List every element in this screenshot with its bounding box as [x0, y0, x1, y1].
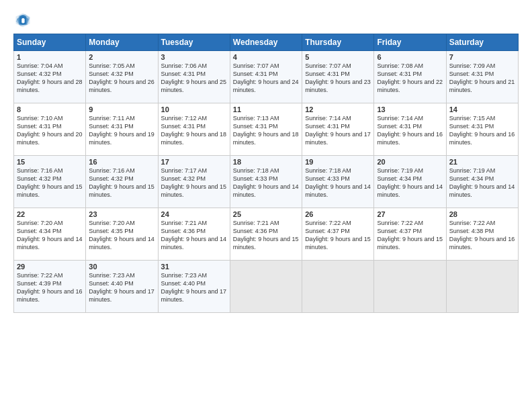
- calendar-cell: 29Sunrise: 7:22 AMSunset: 4:39 PMDayligh…: [14, 261, 86, 313]
- day-number: 8: [17, 105, 83, 113]
- cell-text: Sunrise: 7:17 AMSunset: 4:32 PMDaylight:…: [161, 167, 227, 198]
- calendar-cell: 27Sunrise: 7:22 AMSunset: 4:37 PMDayligh…: [374, 208, 446, 261]
- day-number: 28: [449, 210, 515, 218]
- day-number: 26: [305, 210, 371, 218]
- cell-text: Sunrise: 7:22 AMSunset: 4:37 PMDaylight:…: [305, 220, 371, 250]
- day-number: 3: [161, 53, 227, 61]
- calendar-cell: 5Sunrise: 7:07 AMSunset: 4:31 PMDaylight…: [302, 51, 374, 103]
- header: [13, 11, 519, 30]
- day-number: 24: [161, 210, 227, 218]
- logo-icon: [13, 11, 32, 30]
- cell-text: Sunrise: 7:12 AMSunset: 4:31 PMDaylight:…: [161, 115, 227, 146]
- day-number: 19: [305, 158, 371, 166]
- calendar-cell: [446, 261, 518, 313]
- week-row-2: 8Sunrise: 7:10 AMSunset: 4:31 PMDaylight…: [14, 103, 519, 156]
- week-row-1: 1Sunrise: 7:04 AMSunset: 4:32 PMDaylight…: [14, 51, 519, 103]
- day-number: 5: [305, 53, 371, 61]
- cell-text: Sunrise: 7:05 AMSunset: 4:32 PMDaylight:…: [89, 62, 154, 93]
- calendar-header: SundayMondayTuesdayWednesdayThursdayFrid…: [14, 34, 519, 51]
- cell-text: Sunrise: 7:23 AMSunset: 4:40 PMDaylight:…: [161, 272, 227, 303]
- header-day-saturday: Saturday: [446, 34, 518, 51]
- day-number: 16: [89, 158, 154, 166]
- cell-text: Sunrise: 7:22 AMSunset: 4:37 PMDaylight:…: [377, 220, 443, 250]
- cell-text: Sunrise: 7:16 AMSunset: 4:32 PMDaylight:…: [89, 167, 154, 198]
- cell-text: Sunrise: 7:14 AMSunset: 4:31 PMDaylight:…: [305, 115, 371, 146]
- header-row: SundayMondayTuesdayWednesdayThursdayFrid…: [14, 34, 519, 51]
- week-row-3: 15Sunrise: 7:16 AMSunset: 4:32 PMDayligh…: [14, 156, 519, 208]
- logo: [13, 11, 35, 30]
- header-day-wednesday: Wednesday: [230, 34, 302, 51]
- calendar-cell: 7Sunrise: 7:09 AMSunset: 4:31 PMDaylight…: [446, 51, 518, 103]
- calendar-cell: 25Sunrise: 7:21 AMSunset: 4:36 PMDayligh…: [230, 208, 302, 261]
- calendar-cell: 19Sunrise: 7:18 AMSunset: 4:33 PMDayligh…: [302, 156, 374, 208]
- calendar-cell: 10Sunrise: 7:12 AMSunset: 4:31 PMDayligh…: [158, 103, 230, 156]
- day-number: 29: [17, 263, 83, 271]
- calendar-cell: 23Sunrise: 7:20 AMSunset: 4:35 PMDayligh…: [86, 208, 158, 261]
- calendar-cell: 1Sunrise: 7:04 AMSunset: 4:32 PMDaylight…: [14, 51, 86, 103]
- calendar-cell: 3Sunrise: 7:06 AMSunset: 4:31 PMDaylight…: [158, 51, 230, 103]
- day-number: 17: [161, 158, 227, 166]
- header-day-sunday: Sunday: [14, 34, 86, 51]
- cell-text: Sunrise: 7:04 AMSunset: 4:32 PMDaylight:…: [17, 62, 83, 93]
- calendar-cell: 13Sunrise: 7:14 AMSunset: 4:31 PMDayligh…: [374, 103, 446, 156]
- cell-text: Sunrise: 7:19 AMSunset: 4:34 PMDaylight:…: [377, 167, 443, 198]
- header-day-tuesday: Tuesday: [158, 34, 230, 51]
- cell-text: Sunrise: 7:18 AMSunset: 4:33 PMDaylight:…: [233, 167, 299, 198]
- cell-text: Sunrise: 7:13 AMSunset: 4:31 PMDaylight:…: [233, 115, 299, 146]
- calendar-cell: 11Sunrise: 7:13 AMSunset: 4:31 PMDayligh…: [230, 103, 302, 156]
- calendar-cell: 8Sunrise: 7:10 AMSunset: 4:31 PMDaylight…: [14, 103, 86, 156]
- day-number: 21: [449, 158, 515, 166]
- cell-text: Sunrise: 7:07 AMSunset: 4:31 PMDaylight:…: [233, 62, 299, 93]
- cell-text: Sunrise: 7:08 AMSunset: 4:31 PMDaylight:…: [377, 62, 443, 93]
- cell-text: Sunrise: 7:20 AMSunset: 4:35 PMDaylight:…: [89, 220, 154, 250]
- calendar-cell: 30Sunrise: 7:23 AMSunset: 4:40 PMDayligh…: [86, 261, 158, 313]
- day-number: 6: [377, 53, 443, 61]
- header-day-friday: Friday: [374, 34, 446, 51]
- day-number: 30: [89, 263, 154, 271]
- day-number: 27: [377, 210, 443, 218]
- cell-text: Sunrise: 7:19 AMSunset: 4:34 PMDaylight:…: [449, 167, 515, 198]
- week-row-4: 22Sunrise: 7:20 AMSunset: 4:34 PMDayligh…: [14, 208, 519, 261]
- calendar-cell: 21Sunrise: 7:19 AMSunset: 4:34 PMDayligh…: [446, 156, 518, 208]
- day-number: 11: [233, 105, 299, 113]
- week-row-5: 29Sunrise: 7:22 AMSunset: 4:39 PMDayligh…: [14, 261, 519, 313]
- day-number: 31: [161, 263, 227, 271]
- day-number: 22: [17, 210, 83, 218]
- cell-text: Sunrise: 7:21 AMSunset: 4:36 PMDaylight:…: [161, 220, 227, 250]
- cell-text: Sunrise: 7:23 AMSunset: 4:40 PMDaylight:…: [89, 272, 154, 303]
- calendar-page: SundayMondayTuesdayWednesdayThursdayFrid…: [0, 0, 532, 411]
- calendar-cell: 26Sunrise: 7:22 AMSunset: 4:37 PMDayligh…: [302, 208, 374, 261]
- cell-text: Sunrise: 7:22 AMSunset: 4:39 PMDaylight:…: [17, 272, 83, 303]
- calendar-cell: 31Sunrise: 7:23 AMSunset: 4:40 PMDayligh…: [158, 261, 230, 313]
- day-number: 12: [305, 105, 371, 113]
- calendar-cell: 28Sunrise: 7:22 AMSunset: 4:38 PMDayligh…: [446, 208, 518, 261]
- calendar-cell: 16Sunrise: 7:16 AMSunset: 4:32 PMDayligh…: [86, 156, 158, 208]
- calendar-cell: 24Sunrise: 7:21 AMSunset: 4:36 PMDayligh…: [158, 208, 230, 261]
- day-number: 25: [233, 210, 299, 218]
- day-number: 1: [17, 53, 83, 61]
- day-number: 18: [233, 158, 299, 166]
- cell-text: Sunrise: 7:15 AMSunset: 4:31 PMDaylight:…: [449, 115, 515, 146]
- calendar-cell: 12Sunrise: 7:14 AMSunset: 4:31 PMDayligh…: [302, 103, 374, 156]
- cell-text: Sunrise: 7:22 AMSunset: 4:38 PMDaylight:…: [449, 220, 515, 250]
- day-number: 15: [17, 158, 83, 166]
- cell-text: Sunrise: 7:09 AMSunset: 4:31 PMDaylight:…: [449, 62, 515, 93]
- calendar-body: 1Sunrise: 7:04 AMSunset: 4:32 PMDaylight…: [14, 51, 519, 313]
- day-number: 23: [89, 210, 154, 218]
- calendar-cell: 22Sunrise: 7:20 AMSunset: 4:34 PMDayligh…: [14, 208, 86, 261]
- cell-text: Sunrise: 7:11 AMSunset: 4:31 PMDaylight:…: [89, 115, 154, 146]
- cell-text: Sunrise: 7:06 AMSunset: 4:31 PMDaylight:…: [161, 62, 227, 93]
- cell-text: Sunrise: 7:20 AMSunset: 4:34 PMDaylight:…: [17, 220, 83, 250]
- calendar-cell: 17Sunrise: 7:17 AMSunset: 4:32 PMDayligh…: [158, 156, 230, 208]
- day-number: 10: [161, 105, 227, 113]
- header-day-monday: Monday: [86, 34, 158, 51]
- calendar-cell: 18Sunrise: 7:18 AMSunset: 4:33 PMDayligh…: [230, 156, 302, 208]
- calendar-cell: 14Sunrise: 7:15 AMSunset: 4:31 PMDayligh…: [446, 103, 518, 156]
- calendar-cell: [230, 261, 302, 313]
- cell-text: Sunrise: 7:18 AMSunset: 4:33 PMDaylight:…: [305, 167, 371, 198]
- cell-text: Sunrise: 7:07 AMSunset: 4:31 PMDaylight:…: [305, 62, 371, 93]
- calendar-cell: 9Sunrise: 7:11 AMSunset: 4:31 PMDaylight…: [86, 103, 158, 156]
- calendar-cell: 4Sunrise: 7:07 AMSunset: 4:31 PMDaylight…: [230, 51, 302, 103]
- cell-text: Sunrise: 7:16 AMSunset: 4:32 PMDaylight:…: [17, 167, 83, 198]
- calendar-cell: 20Sunrise: 7:19 AMSunset: 4:34 PMDayligh…: [374, 156, 446, 208]
